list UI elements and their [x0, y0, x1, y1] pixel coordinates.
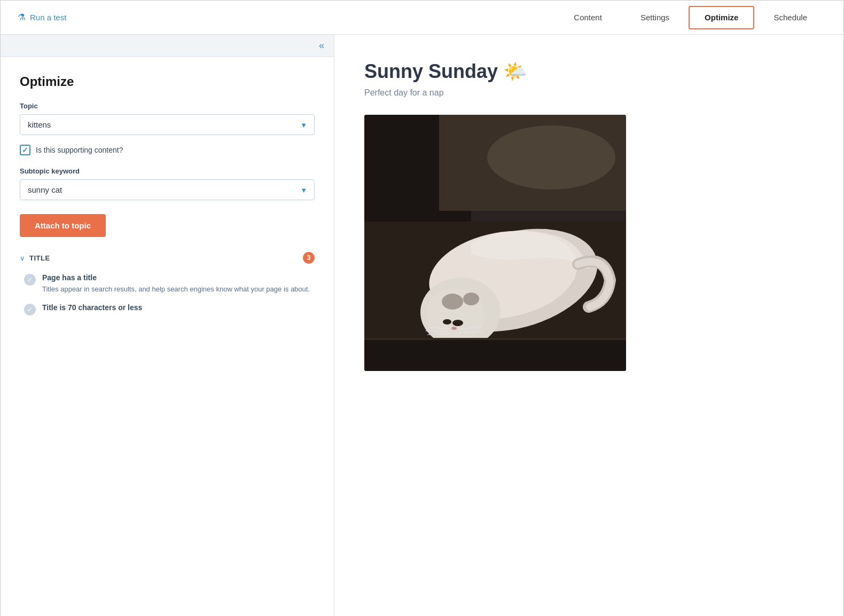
svg-point-13 — [451, 327, 457, 330]
top-nav: ⚗ Run a test Content Settings Optimize S… — [1, 1, 843, 35]
topic-select-wrapper: kittens cats pets ▼ — [20, 114, 315, 135]
sidebar-title: Optimize — [20, 74, 315, 89]
preview-subtitle: Perfect day for a nap — [364, 88, 814, 98]
sidebar: « Optimize Topic kittens cats pets ▼ ✓ I… — [1, 35, 334, 616]
collapse-button[interactable]: « — [319, 40, 324, 51]
preview-title-text: Sunny Sunday — [364, 60, 498, 83]
run-test-label: Run a test — [30, 13, 66, 22]
check-content-2: Title is 70 characters or less — [42, 303, 142, 314]
check-title-1: Page has a title — [42, 273, 310, 282]
main-layout: « Optimize Topic kittens cats pets ▼ ✓ I… — [1, 35, 843, 616]
check-item-has-title: ✓ Page has a title Titles appear in sear… — [20, 273, 315, 295]
check-status-icon-1: ✓ — [24, 274, 36, 286]
check-title-2: Title is 70 characters or less — [42, 303, 142, 312]
tab-optimize[interactable]: Optimize — [689, 6, 754, 29]
tick-icon-2: ✓ — [27, 306, 33, 313]
check-desc-1: Titles appear in search results, and hel… — [42, 284, 310, 295]
svg-point-10 — [463, 293, 479, 305]
tab-content[interactable]: Content — [554, 1, 621, 35]
subtopic-select-wrapper: sunny cat kittens napping cat nap ▼ — [20, 179, 315, 200]
check-status-icon-2: ✓ — [24, 304, 36, 315]
svg-point-12 — [443, 319, 451, 325]
svg-line-15 — [426, 331, 449, 331]
subtopic-select[interactable]: sunny cat kittens napping cat nap — [20, 179, 315, 200]
run-test-button[interactable]: ⚗ Run a test — [18, 12, 66, 23]
tick-icon: ✓ — [27, 276, 33, 283]
title-section-label: TITLE — [29, 254, 50, 262]
tab-schedule[interactable]: Schedule — [754, 1, 826, 35]
preview-cat-image — [364, 115, 626, 371]
supporting-content-checkbox[interactable]: ✓ — [20, 145, 30, 155]
preview-title-emoji: 🌤️ — [503, 60, 527, 83]
chevron-down-icon[interactable]: ∨ — [20, 254, 25, 262]
svg-point-4 — [487, 125, 615, 189]
preview-title: Sunny Sunday 🌤️ — [364, 60, 814, 83]
cat-image-svg — [364, 115, 626, 371]
svg-rect-25 — [364, 338, 626, 340]
topic-label: Topic — [20, 102, 315, 110]
check-content-1: Page has a title Titles appear in search… — [42, 273, 310, 295]
checkmark-icon: ✓ — [22, 146, 28, 154]
svg-point-11 — [452, 320, 463, 326]
topic-select[interactable]: kittens cats pets — [20, 114, 315, 135]
nav-tabs: Content Settings Optimize Schedule — [554, 1, 826, 35]
supporting-content-row: ✓ Is this supporting content? — [20, 145, 315, 155]
supporting-content-label[interactable]: Is this supporting content? — [36, 146, 123, 154]
title-section-header: ∨ TITLE 3 — [20, 252, 315, 264]
collapse-bar: « — [1, 35, 334, 57]
svg-rect-24 — [364, 339, 626, 371]
tab-settings[interactable]: Settings — [621, 1, 689, 35]
preview-panel: Sunny Sunday 🌤️ Perfect day for a nap — [334, 35, 843, 616]
check-item-title-length: ✓ Title is 70 characters or less — [20, 303, 315, 315]
title-section-left: ∨ TITLE — [20, 254, 50, 262]
attach-to-topic-button[interactable]: Attach to topic — [20, 214, 106, 237]
flask-icon: ⚗ — [18, 12, 26, 23]
title-badge: 3 — [303, 252, 315, 264]
svg-point-9 — [442, 294, 463, 310]
subtopic-label: Subtopic keyword — [20, 167, 315, 175]
sidebar-content: Optimize Topic kittens cats pets ▼ ✓ Is … — [1, 57, 334, 341]
